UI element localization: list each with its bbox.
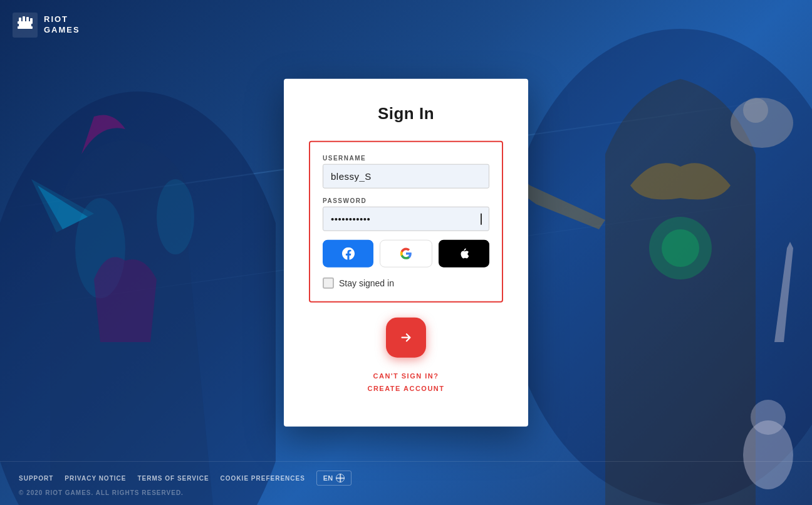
svg-rect-12 [19, 24, 31, 26]
bottom-links: CAN'T SIGN IN? CREATE ACCOUNT [309, 370, 503, 395]
submit-row [309, 318, 503, 358]
footer-language-code: EN [323, 474, 333, 482]
logo-text: RIOTGAMES [44, 14, 80, 36]
stay-signed-label[interactable]: Stay signed in [339, 278, 394, 288]
stay-signed-checkbox[interactable] [323, 278, 334, 289]
svg-point-7 [743, 98, 768, 123]
social-login-row [323, 240, 489, 268]
stay-signed-row: Stay signed in [323, 278, 489, 289]
svg-rect-14 [19, 18, 21, 23]
character-right [505, 0, 812, 505]
character-left [0, 0, 288, 505]
svg-rect-17 [30, 18, 33, 23]
form-section: USERNAME PASSWORD [309, 141, 503, 303]
footer: SUPPORT PRIVACY NOTICE TERMS OF SERVICE … [0, 461, 812, 505]
svg-point-2 [157, 179, 194, 254]
submit-button[interactable] [386, 318, 426, 358]
username-field-group: USERNAME [323, 155, 489, 189]
password-label: PASSWORD [323, 197, 489, 204]
riot-logo-icon [13, 13, 38, 38]
apple-icon [458, 247, 469, 261]
arrow-right-icon [399, 331, 413, 345]
password-field-group: PASSWORD [323, 197, 489, 231]
logo: RIOTGAMES [13, 13, 80, 38]
facebook-login-button[interactable] [323, 240, 373, 268]
svg-rect-15 [23, 16, 25, 23]
username-input[interactable] [323, 164, 489, 189]
footer-copyright: © 2020 RIOT GAMES. ALL RIGHTS RESERVED. [19, 489, 351, 496]
password-input[interactable] [323, 207, 489, 231]
globe-icon [336, 474, 345, 482]
password-wrapper [323, 207, 489, 231]
apple-login-button[interactable] [439, 240, 489, 268]
footer-support-link[interactable]: SUPPORT [19, 475, 53, 482]
username-label: USERNAME [323, 155, 489, 162]
svg-point-9 [751, 400, 786, 435]
signin-card: Sign In USERNAME PASSWORD [284, 79, 528, 427]
create-account-link[interactable]: CREATE ACCOUNT [309, 383, 503, 395]
password-cursor [481, 213, 482, 224]
svg-point-5 [662, 229, 699, 267]
footer-language-selector[interactable]: EN [316, 471, 351, 486]
footer-terms-link[interactable]: TERMS OF SERVICE [137, 475, 209, 482]
google-login-button[interactable] [380, 240, 432, 268]
cant-sign-in-link[interactable]: CAN'T SIGN IN? [309, 370, 503, 383]
svg-rect-16 [26, 17, 29, 23]
svg-rect-13 [18, 26, 33, 29]
footer-cookies-link[interactable]: COOKIE PREFERENCES [221, 475, 305, 482]
footer-links: SUPPORT PRIVACY NOTICE TERMS OF SERVICE … [19, 471, 351, 486]
signin-title: Sign In [309, 104, 503, 123]
google-icon [400, 247, 412, 260]
facebook-icon [342, 247, 355, 260]
footer-privacy-link[interactable]: PRIVACY NOTICE [65, 475, 126, 482]
